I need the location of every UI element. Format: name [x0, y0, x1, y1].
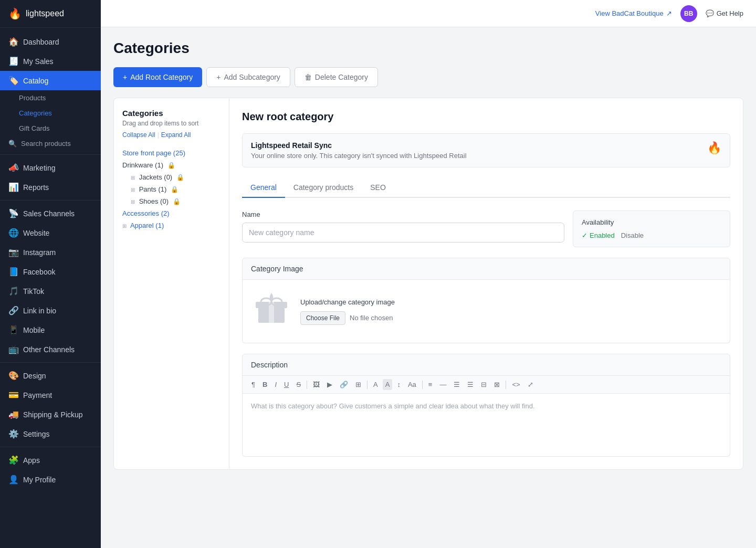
- description-placeholder: What is this category about? Give custom…: [251, 402, 535, 410]
- editor-list-unordered-btn[interactable]: ☰: [465, 379, 476, 390]
- sidebar-item-label: Settings: [23, 430, 50, 438]
- delete-category-button[interactable]: 🗑 Delete Category: [295, 67, 378, 87]
- category-apparel[interactable]: Apparel (1): [130, 222, 164, 229]
- sync-title: Lightspeed Retail Sync: [251, 141, 467, 150]
- avatar[interactable]: BB: [680, 5, 697, 22]
- sidebar-item-settings[interactable]: ⚙️ Settings: [0, 424, 101, 444]
- editor-font-color-btn[interactable]: A: [371, 379, 381, 390]
- availability-disable-option[interactable]: Disable: [621, 231, 644, 239]
- sidebar-item-other-channels[interactable]: 📺 Other Channels: [0, 340, 101, 359]
- help-label: Get Help: [717, 9, 743, 17]
- sidebar-item-facebook[interactable]: 📘 Facebook: [0, 262, 101, 281]
- expand-icon: ⊞: [122, 223, 127, 229]
- sidebar-item-mobile[interactable]: 📱 Mobile: [0, 320, 101, 340]
- description-editor[interactable]: What is this category about? Give custom…: [242, 394, 730, 457]
- editor-indent-btn[interactable]: ⊟: [478, 379, 489, 390]
- logo[interactable]: 🔥 lightspeed: [0, 0, 101, 28]
- editor-code-btn[interactable]: <>: [509, 379, 522, 390]
- editor-bold-btn[interactable]: B: [260, 379, 270, 390]
- sidebar-item-sales-channels[interactable]: 📡 Sales Channels: [0, 204, 101, 223]
- tag-icon: 🏷️: [8, 76, 18, 86]
- sidebar-item-products[interactable]: Products: [0, 90, 101, 106]
- sidebar-item-label: My Profile: [23, 476, 56, 484]
- choose-file-button[interactable]: Choose File: [300, 311, 345, 325]
- editor-link-btn[interactable]: 🔗: [337, 379, 351, 390]
- editor-video-btn[interactable]: ▶: [324, 379, 335, 390]
- editor-toolbar: ¶ B I U S 🖼 ▶ 🔗 ⊞ A A ↕ Aa: [242, 376, 730, 394]
- tab-category-products[interactable]: Category products: [285, 178, 362, 198]
- sidebar-item-categories[interactable]: Categories: [0, 106, 101, 121]
- list-item[interactable]: Drinkware (1) 🔒: [122, 159, 220, 171]
- sidebar-item-label: Facebook: [23, 268, 55, 276]
- sidebar-item-apps[interactable]: 🧩 Apps: [0, 450, 101, 470]
- editor-table-btn[interactable]: ⊞: [353, 379, 364, 390]
- sidebar-item-label: Reports: [23, 183, 49, 192]
- editor-highlight-btn[interactable]: A: [383, 379, 393, 390]
- list-item[interactable]: Store front page (25): [122, 147, 220, 159]
- sidebar-item-my-profile[interactable]: 👤 My Profile: [0, 470, 101, 489]
- availability-enabled-option[interactable]: ✓ Enabled: [582, 231, 615, 239]
- design-icon: 🎨: [8, 371, 18, 381]
- expand-icon: ⊞: [131, 199, 135, 205]
- sidebar-item-catalog[interactable]: 🏷️ Catalog: [0, 71, 101, 90]
- editor-divider: [367, 381, 368, 389]
- editor-line-height-btn[interactable]: ↕: [394, 379, 403, 390]
- sidebar-item-my-sales[interactable]: 🧾 My Sales: [0, 51, 101, 71]
- tab-general[interactable]: General: [242, 178, 285, 198]
- search-icon: 🔍: [8, 140, 17, 147]
- view-store-link[interactable]: View BadCat Boutique ↗: [595, 9, 672, 17]
- sidebar-item-marketing[interactable]: 📣 Marketing: [0, 158, 101, 177]
- tab-seo[interactable]: SEO: [362, 178, 394, 198]
- editor-list-ordered-btn[interactable]: ☰: [451, 379, 463, 390]
- enabled-label: Enabled: [590, 231, 615, 239]
- list-item[interactable]: ⊞ Apparel (1): [122, 219, 220, 231]
- editor-fullscreen-btn[interactable]: ⤢: [525, 379, 536, 390]
- sidebar-item-label: Website: [23, 229, 49, 237]
- editor-image-btn[interactable]: 🖼: [310, 379, 322, 390]
- editor-italic-btn[interactable]: I: [272, 379, 279, 390]
- list-item[interactable]: Accessories (2): [122, 207, 220, 219]
- sidebar-item-website[interactable]: 🌐 Website: [0, 223, 101, 243]
- search-products[interactable]: 🔍 Search products: [0, 136, 101, 151]
- editor-strikethrough-btn[interactable]: S: [293, 379, 303, 390]
- sidebar-item-payment[interactable]: 💳 Payment: [0, 385, 101, 405]
- sidebar-item-reports[interactable]: 📊 Reports: [0, 177, 101, 197]
- add-root-category-button[interactable]: + Add Root Category: [113, 67, 202, 87]
- lock-icon: 🔒: [173, 198, 181, 205]
- add-subcategory-button[interactable]: + Add Subcategory: [206, 67, 290, 87]
- list-item[interactable]: ⊞ Jackets (0) 🔒: [122, 171, 220, 183]
- help-icon: 💬: [706, 9, 714, 17]
- get-help-button[interactable]: 💬 Get Help: [706, 9, 743, 17]
- list-item[interactable]: ⊞ Shoes (0) 🔒: [122, 195, 220, 207]
- editor-font-size-btn[interactable]: Aa: [405, 379, 419, 390]
- sidebar-item-instagram[interactable]: 📷 Instagram: [0, 243, 101, 262]
- store-link-label: View BadCat Boutique: [595, 9, 664, 17]
- category-name-input[interactable]: [242, 223, 564, 243]
- expand-icon: ⊞: [131, 187, 135, 193]
- reports-icon: 📊: [8, 182, 18, 192]
- mobile-icon: 📱: [8, 325, 18, 335]
- channels-icon: 📡: [8, 208, 18, 218]
- settings-icon: ⚙️: [8, 429, 18, 439]
- sidebar-item-link-in-bio[interactable]: 🔗 Link in bio: [0, 301, 101, 320]
- sidebar-item-design[interactable]: 🎨 Design: [0, 366, 101, 385]
- category-store-front[interactable]: Store front page (25): [122, 149, 185, 157]
- lock-icon: 🔒: [167, 162, 175, 169]
- collapse-all-link[interactable]: Collapse All: [122, 131, 155, 139]
- name-label: Name: [242, 210, 564, 218]
- list-item[interactable]: ⊞ Pants (1) 🔒: [122, 183, 220, 195]
- editor-underline-btn[interactable]: U: [281, 379, 291, 390]
- sidebar-item-gift-cards[interactable]: Gift Cards: [0, 121, 101, 136]
- sidebar-item-tiktok[interactable]: 🎵 TikTok: [0, 281, 101, 301]
- sidebar-item-label: Shipping & Pickup: [23, 410, 83, 419]
- editor-paragraph-btn[interactable]: ¶: [249, 379, 258, 390]
- editor-align-left-btn[interactable]: ≡: [426, 379, 435, 390]
- expand-all-link[interactable]: Expand All: [161, 131, 191, 139]
- editor-outdent-btn[interactable]: ⊠: [491, 379, 502, 390]
- editor-hr-btn[interactable]: —: [437, 379, 449, 390]
- category-image-section: Category Image: [242, 258, 730, 343]
- apps-icon: 🧩: [8, 455, 18, 465]
- category-accessories[interactable]: Accessories (2): [122, 209, 170, 217]
- sidebar-item-shipping[interactable]: 🚚 Shipping & Pickup: [0, 405, 101, 424]
- sidebar-item-dashboard[interactable]: 🏠 Dashboard: [0, 32, 101, 51]
